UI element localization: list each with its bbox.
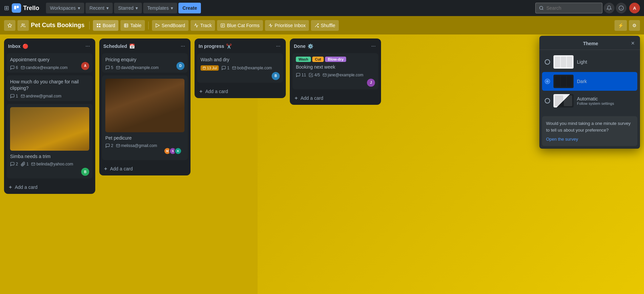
board-view-button[interactable]: Board xyxy=(93,20,118,31)
comment-badge: 2 xyxy=(105,143,113,148)
card-nail-clipping[interactable]: How much do you charge for nail clipping… xyxy=(7,75,93,101)
card-meta: 5 david@example.com xyxy=(105,65,184,70)
templates-button[interactable]: Templates ▾ xyxy=(143,3,177,13)
card-email: david@example.com xyxy=(116,65,159,70)
list-cards-in-progress: Wash and dry 13 Jul 1 bob@example.com xyxy=(195,53,286,85)
list-cards-scheduled: Pricing enquiry 5 david@example.com D xyxy=(99,53,191,163)
list-menu-button-done[interactable]: ··· xyxy=(370,42,377,51)
list-title-scheduled: Scheduled 📅 xyxy=(103,44,135,49)
workspace-visibility-button[interactable] xyxy=(17,20,29,31)
list-scheduled: Scheduled 📅 ··· Pricing enquiry 5 david@… xyxy=(99,39,191,175)
search-input[interactable] xyxy=(546,5,593,11)
table-view-button[interactable]: Table xyxy=(120,20,145,31)
theme-sublabel-automatic: Follow system settings xyxy=(577,101,614,105)
card-wash-dry[interactable]: Wash and dry 13 Jul 1 bob@example.com xyxy=(197,53,283,83)
card-pricing-enquiry[interactable]: Pricing enquiry 5 david@example.com D xyxy=(102,53,188,73)
grid-icon[interactable]: ⊞ xyxy=(4,4,9,12)
svg-rect-13 xyxy=(124,23,128,27)
svg-marker-7 xyxy=(8,23,12,27)
card-meta: 13 Jul 1 bob@example.com xyxy=(201,65,280,71)
list-title-inbox: Inbox 🔴 xyxy=(8,44,28,49)
theme-survey: Would you mind taking a one minute surve… xyxy=(542,116,637,146)
workspaces-button[interactable]: Workspaces ▾ xyxy=(46,3,84,13)
svg-rect-27 xyxy=(203,67,206,69)
card-title: Simba needs a trim xyxy=(10,153,89,160)
prioritise-inbox-button[interactable]: Prioritise Inbox xyxy=(265,20,309,31)
power-button[interactable]: ⚡ xyxy=(614,20,627,31)
card-meta: 2 1 belinda@yahoo.com xyxy=(10,162,89,166)
trello-logo[interactable]: Trello xyxy=(12,3,39,13)
card-pet-pedicure[interactable]: Pet pedicure 2 melissa@gmail.com M S K xyxy=(102,75,188,160)
board-header: Pet Cuts Bookings Board Table SendBoard … xyxy=(0,16,644,34)
card-avatar: J xyxy=(367,79,375,87)
list-menu-button-in-progress[interactable]: ··· xyxy=(275,42,282,51)
add-card-button-inbox[interactable]: Add a card xyxy=(4,182,95,193)
theme-options: Light Dark xyxy=(539,50,640,114)
blue-cat-forms-button[interactable]: Blue Cat Forms xyxy=(217,20,263,31)
card-avatar: A xyxy=(81,62,89,70)
card-image xyxy=(10,107,89,151)
theme-panel-header: Theme × xyxy=(539,36,640,50)
add-card-button-in-progress[interactable]: Add a card xyxy=(195,86,286,97)
trello-logo-icon xyxy=(12,3,21,13)
theme-radio-automatic xyxy=(545,98,550,103)
senboard-button[interactable]: SendBoard xyxy=(152,20,189,31)
recent-button[interactable]: Recent ▾ xyxy=(86,3,113,13)
list-title-done: Done ⚙️ xyxy=(294,44,313,49)
card-booking-next-week[interactable]: Wash Cut Blow-dry Booking next week 11 4… xyxy=(292,53,378,89)
notification-bell-button[interactable] xyxy=(604,3,614,13)
list-inbox: Inbox 🔴 ··· Appointment query 6 candice@… xyxy=(4,39,95,194)
svg-point-2 xyxy=(540,6,543,9)
user-avatar[interactable]: A xyxy=(629,3,640,13)
search-bar[interactable] xyxy=(535,3,602,13)
svg-rect-10 xyxy=(99,23,100,25)
theme-panel-title: Theme xyxy=(553,41,628,46)
label-cut: Cut xyxy=(312,57,324,62)
starred-button[interactable]: Starred ▾ xyxy=(114,3,142,13)
comment-badge: 11 xyxy=(296,73,306,77)
comment-badge: 2 xyxy=(10,162,18,166)
theme-radio-dark xyxy=(545,79,550,84)
card-simba-trim[interactable]: Simba needs a trim 2 1 belinda@yahoo.com xyxy=(7,104,93,179)
list-menu-button-scheduled[interactable]: ··· xyxy=(179,42,186,51)
label-blow-dry: Blow-dry xyxy=(325,57,346,62)
track-button[interactable]: Track xyxy=(191,20,215,31)
card-email: jane@example.com xyxy=(323,73,363,77)
card-title: How much do you charge for nail clipping… xyxy=(10,79,89,92)
card-avatar-3: K xyxy=(174,147,182,155)
message-badge: 1 xyxy=(221,66,229,70)
theme-survey-link[interactable]: Open the survey xyxy=(546,137,578,142)
add-card-button-scheduled[interactable]: Add a card xyxy=(99,163,191,174)
create-button[interactable]: Create xyxy=(178,3,201,13)
theme-survey-text: Would you mind taking a one minute surve… xyxy=(546,120,633,133)
info-button[interactable] xyxy=(616,3,627,13)
list-menu-button-inbox[interactable]: ··· xyxy=(84,42,91,51)
card-email: bob@example.com xyxy=(232,66,272,70)
card-labels: Wash Cut Blow-dry xyxy=(296,57,375,62)
star-button[interactable] xyxy=(4,20,15,31)
shuffle-button[interactable]: Shuffle xyxy=(311,20,338,31)
svg-line-3 xyxy=(542,9,543,10)
list-done: Done ⚙️ ··· Wash Cut Blow-dry Booking ne… xyxy=(290,39,381,105)
automation-button[interactable]: ⚙ xyxy=(629,20,640,31)
theme-option-automatic[interactable]: Automatic Follow system settings xyxy=(542,91,637,110)
svg-point-8 xyxy=(22,23,23,25)
top-nav: ⊞ Trello Workspaces ▾ Recent ▾ Starred ▾… xyxy=(0,0,644,16)
svg-rect-0 xyxy=(14,6,16,9)
card-appointment-query[interactable]: Appointment query 6 candice@example.com … xyxy=(7,53,93,73)
card-title: Booking next week xyxy=(296,64,375,71)
theme-option-light[interactable]: Light xyxy=(542,53,637,71)
comment-badge: 5 xyxy=(105,65,113,70)
card-email: candice@example.com xyxy=(21,65,68,70)
theme-option-dark[interactable]: Dark xyxy=(542,72,637,91)
theme-close-button[interactable]: × xyxy=(628,40,635,47)
card-title: Appointment query xyxy=(10,57,89,63)
board-title[interactable]: Pet Cuts Bookings xyxy=(31,22,85,29)
board-content: Inbox 🔴 ··· Appointment query 6 candice@… xyxy=(0,34,644,294)
svg-rect-12 xyxy=(99,26,100,27)
search-icon xyxy=(539,6,544,10)
card-meta: 6 candice@example.com xyxy=(10,65,89,70)
add-card-button-done[interactable]: Add a card xyxy=(290,93,381,103)
list-header-scheduled: Scheduled 📅 ··· xyxy=(99,39,191,53)
date-badge: 13 Jul xyxy=(201,65,219,71)
